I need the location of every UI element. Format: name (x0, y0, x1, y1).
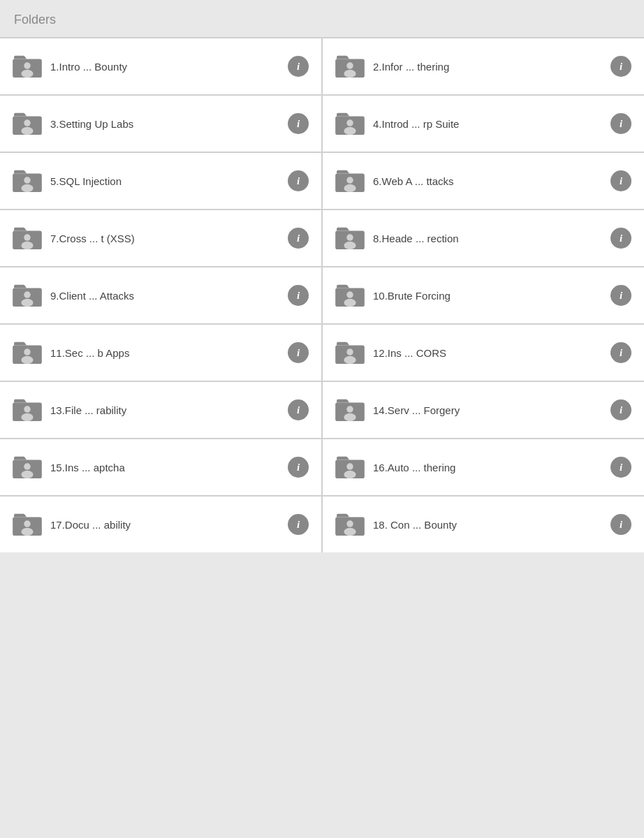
folder-icon-17 (13, 512, 42, 537)
info-button-2[interactable]: i (610, 56, 631, 77)
folder-icon-13 (13, 397, 42, 422)
info-icon-3: i (297, 119, 300, 129)
info-icon-7: i (297, 233, 300, 244)
info-button-4[interactable]: i (610, 113, 631, 134)
folder-icon-16 (335, 455, 365, 480)
folder-card-4[interactable]: 4.Introd ... rp Suite i (323, 96, 644, 152)
folder-card-9[interactable]: 9.Client ... Attacks i (0, 267, 321, 323)
folder-icon-1 (13, 54, 42, 79)
folder-icon-5 (13, 168, 42, 193)
info-icon-16: i (620, 462, 622, 473)
info-icon-2: i (620, 61, 622, 72)
info-button-13[interactable]: i (288, 399, 309, 420)
folder-card-13[interactable]: 13.File ... rability i (0, 382, 321, 438)
folder-label-9: 9.Client ... Attacks (50, 290, 281, 302)
svg-point-8 (21, 127, 33, 135)
folder-card-12[interactable]: 12.Ins ... CORS i (323, 325, 644, 381)
folder-card-10[interactable]: 10.Brute Forcing i (323, 267, 644, 323)
info-button-18[interactable]: i (610, 514, 631, 535)
folder-icon-10 (335, 283, 365, 308)
folder-label-14: 14.Serv ... Forgery (373, 404, 603, 416)
folder-label-5: 5.SQL Injection (50, 175, 281, 187)
svg-point-23 (344, 242, 356, 249)
folder-label-7: 7.Cross ... t (XSS) (50, 233, 281, 244)
svg-point-26 (21, 299, 33, 307)
info-icon-10: i (620, 291, 622, 301)
svg-point-53 (344, 528, 356, 536)
folder-card-17[interactable]: 17.Docu ... ability i (0, 497, 321, 552)
folder-icon-6 (335, 168, 365, 193)
info-button-11[interactable]: i (288, 342, 309, 363)
info-button-9[interactable]: i (288, 285, 309, 306)
folder-card-3[interactable]: 3.Setting Up Labs i (0, 96, 321, 152)
svg-point-37 (24, 406, 30, 412)
folders-title: Folders (14, 13, 56, 27)
folder-icon-2 (335, 54, 365, 79)
svg-point-16 (346, 177, 353, 183)
info-button-10[interactable]: i (610, 285, 631, 306)
folder-label-3: 3.Setting Up Labs (50, 118, 281, 130)
svg-point-13 (24, 177, 30, 183)
folder-icon-9 (13, 283, 42, 308)
folder-label-12: 12.Ins ... CORS (373, 347, 603, 359)
info-icon-12: i (620, 348, 622, 358)
page-container: Folders 1.Intro ... Bounty i (0, 0, 644, 552)
folder-card-16[interactable]: 16.Auto ... thering i (323, 439, 644, 495)
folder-icon-8 (335, 226, 365, 251)
info-button-17[interactable]: i (288, 514, 309, 535)
folder-label-17: 17.Docu ... ability (50, 519, 281, 531)
folder-label-1: 1.Intro ... Bounty (50, 61, 281, 73)
folder-card-18[interactable]: 18. Con ... Bounty i (323, 497, 644, 552)
info-icon-17: i (297, 520, 300, 530)
folder-card-6[interactable]: 6.Web A ... ttacks i (323, 153, 644, 209)
svg-point-14 (21, 184, 33, 192)
info-button-7[interactable]: i (288, 228, 309, 249)
svg-point-41 (344, 413, 356, 421)
svg-point-43 (24, 463, 30, 469)
info-icon-9: i (297, 291, 300, 301)
svg-point-50 (21, 528, 33, 536)
svg-point-34 (346, 348, 353, 355)
svg-point-46 (346, 463, 353, 469)
info-button-6[interactable]: i (610, 170, 631, 191)
folders-grid: 1.Intro ... Bounty i 2.Infor ... thering… (0, 37, 644, 552)
svg-point-4 (346, 62, 353, 68)
info-button-3[interactable]: i (288, 113, 309, 134)
folder-label-2: 2.Infor ... thering (373, 61, 603, 73)
folder-card-1[interactable]: 1.Intro ... Bounty i (0, 38, 321, 94)
folder-card-14[interactable]: 14.Serv ... Forgery i (323, 382, 644, 438)
folder-icon-12 (335, 340, 365, 365)
folder-icon-4 (335, 111, 365, 136)
svg-point-22 (346, 234, 353, 240)
info-icon-11: i (297, 348, 300, 358)
info-icon-8: i (620, 233, 622, 244)
svg-point-52 (346, 520, 353, 527)
svg-point-49 (24, 520, 30, 527)
info-icon-14: i (620, 405, 622, 416)
folder-label-15: 15.Ins ... aptcha (50, 462, 281, 473)
svg-point-31 (24, 348, 30, 355)
info-icon-6: i (620, 176, 622, 186)
folder-card-8[interactable]: 8.Heade ... rection i (323, 210, 644, 266)
info-button-8[interactable]: i (610, 228, 631, 249)
info-button-16[interactable]: i (610, 457, 631, 478)
svg-point-40 (346, 406, 353, 412)
folder-label-11: 11.Sec ... b Apps (50, 347, 281, 359)
folder-card-2[interactable]: 2.Infor ... thering i (323, 38, 644, 94)
folder-card-15[interactable]: 15.Ins ... aptcha i (0, 439, 321, 495)
svg-point-19 (24, 234, 30, 240)
svg-point-17 (344, 184, 356, 192)
svg-point-1 (24, 62, 30, 68)
info-button-15[interactable]: i (288, 457, 309, 478)
info-icon-15: i (297, 462, 300, 473)
folder-card-7[interactable]: 7.Cross ... t (XSS) i (0, 210, 321, 266)
folder-card-5[interactable]: 5.SQL Injection i (0, 153, 321, 209)
info-button-12[interactable]: i (610, 342, 631, 363)
info-button-1[interactable]: i (288, 56, 309, 77)
folder-card-11[interactable]: 11.Sec ... b Apps i (0, 325, 321, 381)
info-button-14[interactable]: i (610, 399, 631, 420)
info-icon-1: i (297, 61, 300, 72)
svg-point-32 (21, 356, 33, 364)
info-button-5[interactable]: i (288, 170, 309, 191)
folder-label-4: 4.Introd ... rp Suite (373, 118, 603, 130)
